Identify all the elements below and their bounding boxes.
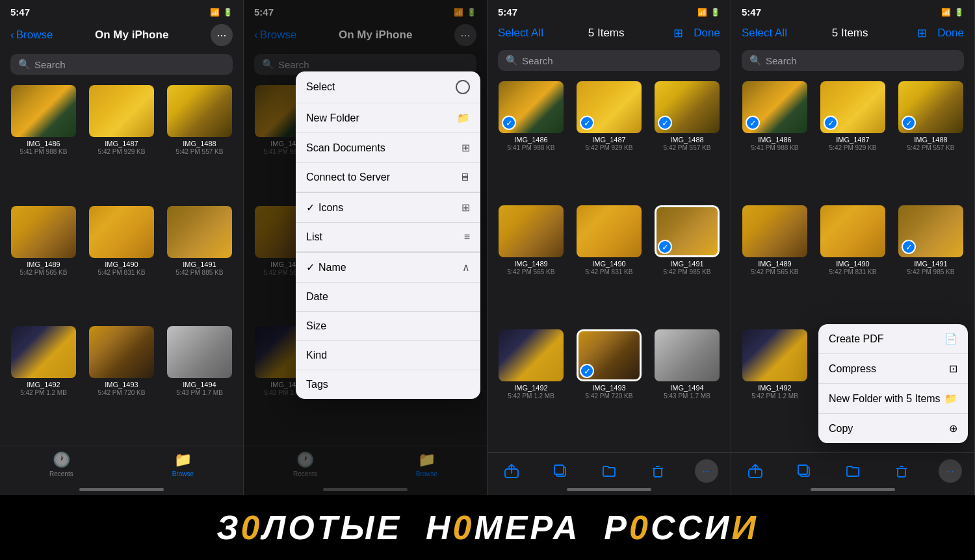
list-icon: ≡ bbox=[464, 231, 470, 243]
search-bar-1[interactable]: 🔍 Search bbox=[10, 54, 233, 75]
file-name-7: IMG_1493 bbox=[105, 381, 138, 388]
check-badge-7: ✓ bbox=[580, 364, 594, 378]
file-item-grid4-0[interactable]: ✓IMG_14865:41 PM 988 KB bbox=[739, 81, 811, 199]
file-item-grid4-3[interactable]: IMG_14895:42 PM 565 KB bbox=[739, 205, 811, 323]
dropdown-list[interactable]: List ≡ bbox=[296, 223, 480, 252]
server-icon: 🖥 bbox=[460, 172, 470, 183]
file-meta-8: 5:43 PM 1.7 MB bbox=[664, 392, 710, 401]
dropdown-server[interactable]: Connect to Server 🖥 bbox=[296, 163, 480, 192]
file-item-grid1-4[interactable]: IMG_14905:42 PM 831 KB bbox=[86, 206, 157, 320]
trash-btn-4[interactable] bbox=[890, 459, 913, 483]
grid-view-btn-3[interactable]: ⊞ bbox=[669, 24, 687, 42]
more-button-1[interactable]: ··· bbox=[211, 24, 233, 46]
browse-icon-1: 📁 bbox=[174, 452, 192, 468]
grid-view-btn-4[interactable]: ⊞ bbox=[913, 24, 931, 42]
file-item-grid3-0[interactable]: ✓IMG_14865:41 PM 988 KB bbox=[495, 81, 567, 199]
ctx-new-folder-label: New Folder with 5 Items bbox=[829, 393, 941, 405]
file-meta-4: 5:42 PM 831 KB bbox=[829, 268, 877, 277]
search-placeholder-4: Search bbox=[766, 55, 797, 66]
dropdown-new-folder[interactable]: New Folder 📁 bbox=[296, 103, 480, 133]
file-item-grid3-8[interactable]: IMG_14945:43 PM 1.7 MB bbox=[651, 329, 723, 447]
folder-btn-3[interactable] bbox=[597, 459, 621, 483]
file-item-grid1-5[interactable]: IMG_14915:42 PM 885 KB bbox=[164, 206, 235, 320]
home-indicator-1 bbox=[79, 488, 164, 491]
ctx-new-folder[interactable]: New Folder with 5 Items 📁 bbox=[818, 384, 968, 414]
file-name-4: IMG_1490 bbox=[105, 261, 138, 268]
items-count-4: 5 Items bbox=[832, 27, 868, 40]
select-all-btn-4[interactable]: Select All bbox=[742, 27, 787, 40]
dropdown-scan[interactable]: Scan Documents ⊞ bbox=[296, 133, 480, 163]
file-meta-7: 5:42 PM 720 KB bbox=[586, 392, 633, 401]
file-item-grid4-4[interactable]: IMG_14905:42 PM 831 KB bbox=[817, 205, 889, 323]
highlight-0: 0 bbox=[241, 509, 263, 546]
copy-btn-4[interactable] bbox=[792, 459, 816, 483]
file-meta-7: 5:42 PM 720 KB bbox=[98, 388, 146, 398]
screen-2: 5:47 📶 🔋 ‹ Browse On My iPhone ··· 🔍 Sea… bbox=[244, 0, 488, 495]
file-item-grid3-6[interactable]: IMG_14925:42 PM 1.2 MB bbox=[495, 329, 567, 447]
dropdown-size[interactable]: Size bbox=[296, 312, 480, 341]
tab-browse-1[interactable]: 📁 Browse bbox=[172, 452, 194, 477]
file-item-grid3-7[interactable]: ✓IMG_14935:42 PM 720 KB bbox=[573, 329, 645, 447]
nav-title-1: On My iPhone bbox=[95, 29, 168, 42]
file-item-grid3-2[interactable]: ✓IMG_14885:42 PM 557 KB bbox=[651, 81, 723, 199]
file-item-grid4-1[interactable]: ✓IMG_14875:42 PM 929 KB bbox=[817, 81, 889, 199]
file-meta-5: 5:42 PM 885 KB bbox=[176, 268, 224, 277]
back-button-1[interactable]: ‹ Browse bbox=[10, 29, 53, 42]
file-item-grid1-0[interactable]: IMG_14865:41 PM 988 KB bbox=[8, 85, 79, 199]
more-btn-4[interactable]: ··· bbox=[939, 459, 962, 483]
file-item-grid3-5[interactable]: ✓IMG_14915:42 PM 985 KB bbox=[651, 205, 723, 323]
file-item-grid3-3[interactable]: IMG_14895:42 PM 565 KB bbox=[495, 205, 567, 323]
file-item-grid3-1[interactable]: ✓IMG_14875:42 PM 929 KB bbox=[573, 81, 645, 199]
search-bar-4[interactable]: 🔍 Search bbox=[742, 50, 964, 71]
ctx-compress[interactable]: Compress ⊡ bbox=[818, 354, 968, 384]
file-meta-1: 5:42 PM 929 KB bbox=[829, 144, 877, 153]
grid-icon: ⊞ bbox=[462, 201, 470, 214]
file-meta-0: 5:41 PM 988 KB bbox=[751, 144, 799, 153]
file-item-grid1-8[interactable]: IMG_14945:43 PM 1.7 MB bbox=[164, 326, 235, 440]
dropdown-tags[interactable]: Tags bbox=[296, 370, 480, 399]
done-btn-3[interactable]: Done bbox=[694, 27, 720, 40]
file-item-grid1-6[interactable]: IMG_14925:42 PM 1.2 MB bbox=[8, 326, 79, 440]
share-btn-3[interactable] bbox=[500, 459, 523, 483]
file-item-grid1-3[interactable]: IMG_14895:42 PM 565 KB bbox=[8, 206, 79, 320]
dropdown-list-label: List bbox=[306, 231, 322, 243]
file-item-grid4-5[interactable]: ✓IMG_14915:42 PM 985 KB bbox=[895, 205, 967, 323]
file-item-grid1-7[interactable]: IMG_14935:42 PM 720 KB bbox=[86, 326, 157, 440]
folder-btn-4[interactable] bbox=[841, 459, 864, 483]
dropdown-icons-label: Icons bbox=[318, 202, 343, 214]
tab-recents-1[interactable]: 🕐 Recents bbox=[49, 452, 73, 477]
file-name-0: IMG_1486 bbox=[758, 136, 791, 144]
dropdown-date[interactable]: Date bbox=[296, 283, 480, 312]
dropdown-select[interactable]: Select bbox=[296, 71, 480, 103]
ctx-pdf-icon: 📄 bbox=[944, 333, 957, 345]
file-item-grid1-2[interactable]: IMG_14885:42 PM 557 KB bbox=[164, 85, 235, 199]
more-btn-3[interactable]: ··· bbox=[695, 459, 718, 483]
dropdown-name[interactable]: ✓ Name ∧ bbox=[296, 253, 480, 283]
file-name-4: IMG_1490 bbox=[836, 260, 869, 268]
check-badge-2: ✓ bbox=[658, 116, 672, 130]
file-item-grid3-4[interactable]: IMG_14905:42 PM 831 KB bbox=[573, 205, 645, 323]
status-icons-3: 📶 🔋 bbox=[697, 8, 720, 17]
copy-btn-3[interactable] bbox=[549, 459, 572, 483]
done-btn-4[interactable]: Done bbox=[937, 27, 964, 40]
share-btn-4[interactable] bbox=[744, 459, 767, 483]
tab-label-recents-1: Recents bbox=[49, 470, 73, 477]
file-name-8: IMG_1494 bbox=[670, 384, 703, 392]
select-nav-4: Select All 5 Items ⊞ Done bbox=[731, 21, 974, 47]
scan-icon: ⊞ bbox=[462, 142, 470, 154]
file-item-grid4-2[interactable]: ✓IMG_14885:42 PM 557 KB bbox=[895, 81, 967, 199]
select-all-btn-3[interactable]: Select All bbox=[498, 27, 543, 40]
file-item-grid4-6[interactable]: IMG_14925:42 PM 1.2 MB bbox=[739, 329, 811, 447]
dropdown-tags-label: Tags bbox=[306, 379, 328, 390]
search-icon-1: 🔍 bbox=[18, 58, 31, 70]
ctx-create-pdf[interactable]: Create PDF 📄 bbox=[818, 324, 968, 354]
dropdown-kind[interactable]: Kind bbox=[296, 341, 480, 370]
check-badge-1: ✓ bbox=[824, 116, 838, 130]
file-meta-8: 5:43 PM 1.7 MB bbox=[176, 388, 223, 398]
search-bar-3[interactable]: 🔍 Search bbox=[498, 50, 720, 71]
file-item-grid1-1[interactable]: IMG_14875:42 PM 929 KB bbox=[86, 85, 157, 199]
ctx-copy[interactable]: Copy ⊕ bbox=[818, 414, 968, 443]
battery-icon-4: 🔋 bbox=[954, 8, 964, 17]
dropdown-icons[interactable]: ✓ Icons ⊞ bbox=[296, 193, 480, 223]
trash-btn-3[interactable] bbox=[646, 459, 670, 483]
